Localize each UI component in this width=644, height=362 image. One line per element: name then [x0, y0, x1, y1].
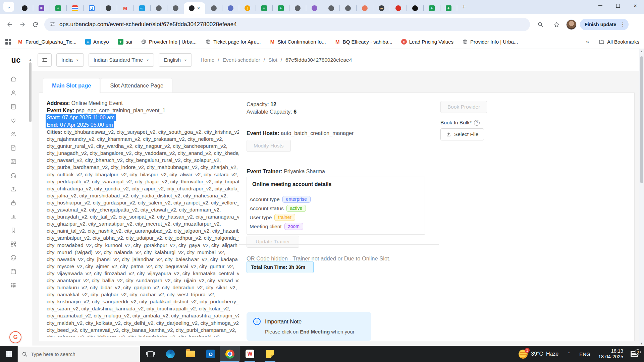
new-tab-button[interactable]: +	[459, 2, 469, 12]
tab-search-button[interactable]: ⌄	[3, 2, 14, 12]
browser-tab[interactable]: +	[423, 2, 440, 14]
start-button[interactable]	[0, 346, 17, 362]
browser-tab[interactable]	[390, 2, 407, 14]
g-badge[interactable]: G	[9, 331, 21, 343]
sidebar-item-user-card[interactable]	[10, 158, 17, 165]
browser-tab[interactable]	[16, 2, 33, 14]
bookmark-item[interactable]: MSlot Confirmation fo...	[269, 39, 326, 45]
bookmark-star-button[interactable]	[550, 18, 563, 31]
browser-tab[interactable]	[323, 2, 339, 14]
sidebar-item-users[interactable]	[10, 131, 17, 137]
browser-tab[interactable]	[289, 2, 306, 14]
chrome-app-button[interactable]	[220, 346, 240, 362]
tab-main-slot-page[interactable]: Main Slot page	[43, 78, 100, 93]
browser-tab[interactable]: ≡	[33, 2, 50, 14]
bookmark-item[interactable]: Ticket page for Ajru...	[205, 39, 261, 45]
sidebar-item-user[interactable]	[10, 89, 17, 96]
region-dropdown[interactable]: India ∨	[56, 53, 84, 67]
language-dropdown[interactable]: English ∨	[159, 53, 192, 67]
browser-tab[interactable]	[66, 2, 83, 14]
notification-center-button[interactable]: 3	[627, 351, 644, 357]
browser-tab[interactable]: d	[83, 2, 100, 14]
scrollbar-thumb[interactable]	[640, 56, 643, 183]
wps-app-button[interactable]: W	[240, 346, 260, 362]
reload-button[interactable]	[29, 18, 42, 31]
browser-tab[interactable]: +	[272, 2, 289, 14]
tab-close-icon[interactable]: ✕	[197, 6, 201, 10]
browser-tab[interactable]	[100, 2, 117, 14]
maximize-button[interactable]	[609, 0, 627, 11]
browser-tab[interactable]	[150, 2, 167, 14]
bookmark-item[interactable]: Provider Info | Urba...	[141, 39, 197, 45]
browser-tab[interactable]: +	[256, 2, 272, 14]
browser-tab[interactable]	[306, 2, 323, 14]
address-bar[interactable]: ops.urbanclap.com/event-scheduler/slot/6…	[44, 18, 530, 31]
site-settings-icon[interactable]	[50, 21, 55, 28]
browser-tab[interactable]: ∞	[133, 2, 150, 14]
scroll-up-icon[interactable]: ▲	[639, 49, 644, 54]
scroll-down-icon[interactable]: ▼	[639, 341, 644, 346]
book-provider-button[interactable]: Book Provider	[440, 101, 487, 113]
close-button[interactable]: ✕	[627, 0, 644, 11]
url-text[interactable]: ops.urbanclap.com/event-scheduler/slot/6…	[59, 21, 237, 28]
browser-tab[interactable]	[205, 2, 222, 14]
browser-tab[interactable]	[222, 2, 239, 14]
browser-tab[interactable]	[407, 2, 423, 14]
tray-expand-chevron[interactable]: ⌃	[562, 352, 575, 356]
sidebar-item-file[interactable]	[10, 144, 17, 151]
sidebar-item-heart[interactable]	[10, 117, 17, 124]
search-tabs-button[interactable]	[534, 18, 547, 31]
page-scrollbar[interactable]: ▲ ▼	[639, 49, 644, 346]
profile-avatar[interactable]	[566, 19, 577, 30]
browser-tab[interactable]: !	[239, 2, 256, 14]
sidebar-item-bookmark[interactable]	[10, 227, 17, 234]
bookmark-item[interactable]: MFarud_Gulpasha_Tic...	[17, 39, 76, 45]
breadcrumb-slot[interactable]: Slot	[268, 57, 277, 63]
tab-slot-attendance-page[interactable]: Slot Attendance Page	[101, 78, 172, 93]
weather-widget[interactable]: 1 39°C Haze	[515, 350, 562, 359]
sidebar-item-headset[interactable]	[10, 172, 17, 179]
breadcrumb-event-scheduler[interactable]: Event-scheduler	[223, 57, 260, 63]
sidebar-item-share[interactable]	[10, 199, 17, 206]
breadcrumb-home[interactable]: Home	[201, 57, 214, 63]
back-button[interactable]	[3, 18, 16, 31]
browser-tab[interactable]	[167, 2, 184, 14]
sidebar-scrollbar[interactable]: ▲	[29, 58, 32, 355]
language-indicator[interactable]: ENG	[575, 351, 594, 357]
all-bookmarks-button[interactable]: All Bookmarks	[599, 39, 639, 45]
taskbar-search[interactable]: Type here to search	[17, 346, 140, 362]
sidebar-item-smiley[interactable]	[10, 254, 17, 261]
help-icon[interactable]: ?	[474, 120, 480, 126]
browser-tab[interactable]: +	[440, 2, 457, 14]
clock-widget[interactable]: 18:13 18-04-2025	[594, 348, 627, 360]
bookmark-item[interactable]: Provider Info | Urba...	[462, 39, 518, 45]
sidebar-item-calendar[interactable]	[10, 268, 17, 275]
sidebar-item-keypad[interactable]	[10, 282, 17, 289]
bookmark-item[interactable]: ∞Ameyo	[85, 39, 109, 45]
uc-logo[interactable]: uc	[0, 49, 32, 71]
minimize-button[interactable]	[592, 0, 609, 11]
more-menu-icon[interactable]: ⋮	[619, 21, 627, 27]
bookmark-item[interactable]: ●Lead Pricing Values	[401, 39, 453, 45]
task-view-button[interactable]	[140, 346, 160, 362]
browser-tab[interactable]: M	[117, 2, 133, 14]
forward-button[interactable]	[16, 18, 29, 31]
sticky-notes-button[interactable]	[260, 346, 280, 362]
browser-tab[interactable]	[339, 2, 356, 14]
bookmark-item[interactable]: +sai	[118, 39, 132, 45]
apps-grid-icon[interactable]	[5, 39, 11, 45]
bookmark-item[interactable]: MBQ Efficacy - sahiba...	[335, 39, 392, 45]
browser-tab[interactable]: ∞	[373, 2, 390, 14]
timezone-dropdown[interactable]: Indian Standard Time ∨	[89, 53, 154, 67]
menu-collapse-button[interactable]	[38, 53, 52, 67]
browser-tab[interactable]	[356, 2, 373, 14]
file-explorer-button[interactable]	[180, 346, 201, 362]
sidebar-item-chart[interactable]	[10, 213, 17, 220]
sidebar-item-qr[interactable]	[10, 241, 17, 247]
scroll-up-icon[interactable]: ▲	[29, 58, 32, 61]
modify-hosts-button[interactable]: Modify Hosts	[247, 140, 291, 152]
finish-update-button[interactable]: Finish update ⋮	[580, 19, 629, 30]
bookmarks-overflow-chevron[interactable]: »	[586, 39, 594, 45]
scrollbar-thumb[interactable]	[29, 62, 32, 122]
sidebar-item-home[interactable]	[10, 76, 17, 82]
